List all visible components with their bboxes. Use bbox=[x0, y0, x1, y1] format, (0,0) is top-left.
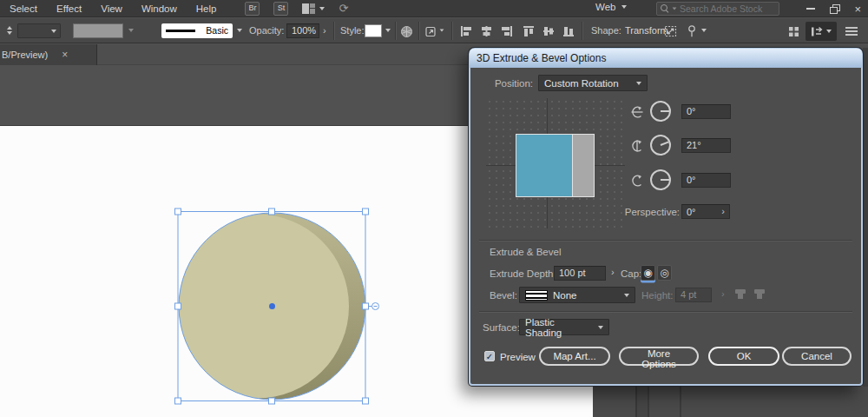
divider bbox=[479, 311, 852, 312]
bevel-label: Bevel: bbox=[490, 290, 517, 301]
rotate-y-dial[interactable] bbox=[650, 135, 671, 156]
bevel-dropdown[interactable]: None bbox=[519, 287, 635, 303]
selection-handle[interactable] bbox=[175, 398, 181, 404]
perspective-label: Perspective: bbox=[601, 207, 680, 217]
preview-label: Preview bbox=[500, 352, 536, 362]
center-anchor-point[interactable] bbox=[269, 303, 275, 309]
bevel-preview-swatch bbox=[525, 290, 548, 301]
selection-handle[interactable] bbox=[363, 398, 369, 404]
perspective-chevron-icon[interactable]: › bbox=[721, 207, 725, 216]
more-options-button[interactable]: More Options bbox=[619, 347, 699, 366]
ok-button[interactable]: OK bbox=[708, 347, 779, 366]
rotate-y-axis-icon bbox=[630, 139, 644, 153]
height-field: 4 pt bbox=[675, 288, 712, 302]
perspective-field[interactable]: 0° › bbox=[681, 204, 730, 219]
bevel-extent-out-icon bbox=[733, 287, 748, 301]
chevron-down-icon bbox=[598, 326, 603, 329]
selection-handle[interactable] bbox=[269, 398, 275, 404]
preview-checkbox[interactable]: ✓ bbox=[484, 351, 495, 361]
height-label: Height: bbox=[641, 290, 673, 301]
surface-label: Surface: bbox=[483, 322, 520, 333]
map-art-button[interactable]: Map Art... bbox=[539, 347, 610, 366]
rotate-x-axis-icon bbox=[630, 105, 644, 119]
chevron-down-icon bbox=[636, 82, 641, 85]
extrude-depth-chevron-icon[interactable]: › bbox=[611, 268, 615, 277]
selection-handle[interactable] bbox=[363, 208, 369, 215]
rotate-z-axis-icon bbox=[630, 174, 644, 188]
selection-handle[interactable] bbox=[175, 303, 181, 309]
position-label: Position: bbox=[477, 78, 533, 89]
dialog-title[interactable]: 3D Extrude & Bevel Options bbox=[470, 49, 862, 68]
selection-handle[interactable] bbox=[175, 208, 181, 215]
perspective-value: 0° bbox=[687, 207, 721, 217]
position-dropdown[interactable]: Custom Rotation bbox=[538, 75, 648, 91]
position-value: Custom Rotation bbox=[544, 78, 631, 89]
cap-on-button[interactable]: ◉ bbox=[641, 265, 655, 281]
illustrator-window: Select Effect View Window Help Br St ⟳ W… bbox=[0, 0, 868, 417]
selection-handle[interactable] bbox=[269, 208, 275, 215]
surface-dropdown[interactable]: Plastic Shading bbox=[519, 319, 609, 335]
rotate-y-field[interactable]: 21° bbox=[681, 138, 731, 153]
divider bbox=[479, 240, 852, 241]
height-chevron-icon: › bbox=[721, 289, 725, 299]
bevel-value: None bbox=[553, 290, 619, 301]
cap-off-button[interactable]: ◎ bbox=[657, 265, 672, 281]
cap-label: Cap: bbox=[621, 268, 641, 279]
extrude-depth-label: Extrude Depth: bbox=[490, 268, 556, 279]
rotate-x-field[interactable]: 0° bbox=[681, 104, 731, 119]
selection-handle[interactable] bbox=[363, 303, 369, 309]
cancel-button[interactable]: Cancel bbox=[782, 347, 852, 366]
track-cube-front-face[interactable] bbox=[516, 134, 573, 197]
surface-value: Plastic Shading bbox=[525, 317, 593, 338]
extrude-depth-field[interactable]: 100 pt bbox=[554, 266, 606, 281]
circle-front-face[interactable] bbox=[165, 215, 349, 399]
extrude-bevel-dialog: 3D Extrude & Bevel Options Position: Cus… bbox=[469, 48, 863, 386]
extrude-section-label: Extrude & Bevel bbox=[490, 247, 561, 257]
bevel-extent-in-icon bbox=[753, 287, 767, 301]
rotate-z-dial[interactable] bbox=[650, 169, 671, 190]
track-cube-side-face[interactable] bbox=[573, 134, 595, 197]
chevron-down-icon bbox=[624, 294, 629, 297]
rotate-z-field[interactable]: 0° bbox=[681, 173, 731, 188]
rotate-x-dial[interactable] bbox=[650, 101, 671, 122]
